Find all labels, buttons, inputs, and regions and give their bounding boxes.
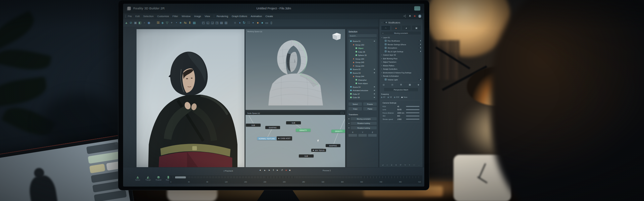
tablet-swatch-button[interactable] [89,164,105,174]
scene-tree-item[interactable]: Group 244 [348,75,377,78]
graph-node[interactable]: CASE HOST [277,136,292,140]
toolbar-icon[interactable]: ▽ [165,19,170,27]
scene-tree-item[interactable]: Cube 05 [348,50,377,54]
node-editor-minimize-icon[interactable] [341,112,343,114]
modificator-tool-icon[interactable]: ◷ [391,83,393,86]
transport-button[interactable]: ◄ [259,169,261,172]
toolbar-icon[interactable]: ◧ [138,19,143,27]
modificator-tool-icon[interactable]: ◎ [383,83,385,86]
toolbar-icon[interactable]: ▫ [142,19,147,27]
graph-node[interactable]: SHAPING [326,144,340,147]
drag-dots-icon[interactable]: ⁙ [381,21,383,24]
selection-action-button[interactable]: Copy [348,107,362,111]
scene-tree-item[interactable]: Scene 03 [348,71,377,75]
modificator-item[interactable]: Edit Working Pivot [381,57,421,60]
selection-action-button[interactable]: Select [348,103,362,106]
modificator-item[interactable]: Assign Controllers [381,67,421,71]
modificator-item[interactable]: Layer 01 [381,36,421,39]
camera-field-value[interactable]: 1/500 [397,118,405,120]
transport-button[interactable]: ↺ [281,169,283,172]
search-input[interactable]: Search... [348,34,377,37]
toolbar-icon[interactable]: ◲ [210,19,215,27]
perspective-match-button[interactable]: Perspective Match [384,88,418,91]
modificator-item[interactable]: Atmosphere [381,46,421,50]
camera-field-value[interactable]: 45 [397,106,405,108]
menu-item[interactable]: File [128,15,132,18]
graph-node[interactable]: SUB [286,121,301,124]
toolbar-icon[interactable]: ▯ [269,19,274,27]
modificator-tab[interactable]: ∴ [381,26,390,30]
modificator-tab[interactable]: ▣ [412,26,421,30]
window-control-button[interactable] [414,6,420,11]
footer-tool-icon[interactable]: ↺ [400,164,401,166]
scene-tree-item[interactable]: Cube 08 [348,96,377,99]
footer-tool-icon[interactable]: ≡ [395,164,396,166]
menu-item[interactable]: Window [181,15,191,18]
scene-tree-item[interactable]: Animated structure [348,89,377,92]
toolbar-icon[interactable]: ↻ [242,19,247,27]
transform-option-button[interactable]: Moving constraint [351,117,377,120]
toolbar-icon[interactable]: ◑ [237,19,242,27]
footer-tool-icon[interactable]: × [409,164,410,166]
scene-tree-item[interactable]: Scene 02 [348,68,377,71]
modificator-item[interactable]: Adjust Transform [381,60,421,64]
menu-item[interactable]: Graph Editors [232,15,247,18]
working-space-viewport[interactable]: Working Space [x] [246,29,345,110]
timeline-scrubber[interactable] [175,177,186,179]
toolbar-icon[interactable]: ▤ [192,19,197,27]
camera-field-value[interactable]: 1000 mm [397,112,405,114]
toolbar-icon[interactable]: ▤ [219,19,224,27]
modificator-tool-icon[interactable]: ⚙ [400,83,402,86]
constraint-subheader[interactable]: Moving constraint [381,31,421,35]
snapping-radio[interactable]: XYZ [394,96,399,98]
toolbar-icon[interactable]: ● [260,19,265,27]
transport-button[interactable]: ► [268,169,270,172]
footer-tool-icon[interactable]: ∠ [391,164,392,166]
menu-item[interactable]: Image [194,15,201,18]
camera-field-value[interactable]: 50/35 [397,109,405,111]
graph-node[interactable]: MIX TEXUS [311,149,326,152]
menu-item[interactable]: Selection [143,15,154,18]
footer-tool-icon[interactable]: — [413,164,415,166]
scene-tree-item[interactable]: Axon object [348,82,377,85]
scene-tree-item[interactable]: Cube 07 [348,92,377,96]
transport-button[interactable]: ■ [289,169,290,172]
toolbar-icon[interactable]: ◳ [215,19,219,27]
scene-tree-item[interactable]: Object [348,47,377,50]
toolbar-icon[interactable]: ○ [233,19,237,27]
drag-handle-icon[interactable] [125,15,126,18]
primitive-tool-button[interactable]: Pyramid [155,176,162,181]
toolbar-icon[interactable]: ◰ [201,19,206,27]
toolbar-icon[interactable]: ▲ [124,19,129,27]
toolbar-icon[interactable]: ⇆ [183,19,188,27]
scene-tree-item[interactable]: Group 153 [348,43,377,47]
timeline[interactable]: 04080120160200240280320360400440480520 [169,176,422,184]
footer-tool-icon[interactable]: ⌐ [387,164,388,166]
menu-item[interactable]: Edit [136,15,140,18]
scene-tree-item[interactable]: Group 245 [348,61,377,64]
graph-node[interactable]: GRAVITY [331,130,345,133]
menu-item[interactable]: Animation [251,15,262,18]
toolbar-icon[interactable]: ◉ [147,19,152,27]
menu-item[interactable]: Customize [157,15,169,18]
axis-value-input[interactable] [348,134,357,137]
camera-field-slider[interactable] [406,119,420,120]
modificator-tool-icon[interactable]: ▦ [409,83,411,86]
transport-button[interactable]: ▲ [264,169,266,172]
footer-tool-icon[interactable]: … [418,164,420,166]
toolbar-icon[interactable]: ▭ [265,19,269,27]
modificator-item[interactable]: Custom layer 02 [381,53,421,57]
transport-button[interactable]: ‖ [273,169,274,172]
scene-tree-item[interactable]: Scene 04 [348,85,377,89]
snapping-radio[interactable]: XY [381,96,385,98]
node-editor[interactable]: Node Space [x] SUB SHAPING SUB [246,111,345,167]
toolbar-icon[interactable]: ● [256,19,260,27]
camera-field-slider[interactable] [406,113,420,114]
axis-value-input[interactable] [368,134,377,137]
toolbar-icon[interactable]: ∗ [178,19,183,27]
user-avatar[interactable] [418,15,421,18]
modificator-item[interactable]: Flex Modificator [381,39,421,43]
modificator-tab[interactable]: ▲ [391,26,400,30]
menu-item[interactable]: Filter [172,15,178,18]
modificator-item[interactable]: Volume Light [381,78,421,81]
